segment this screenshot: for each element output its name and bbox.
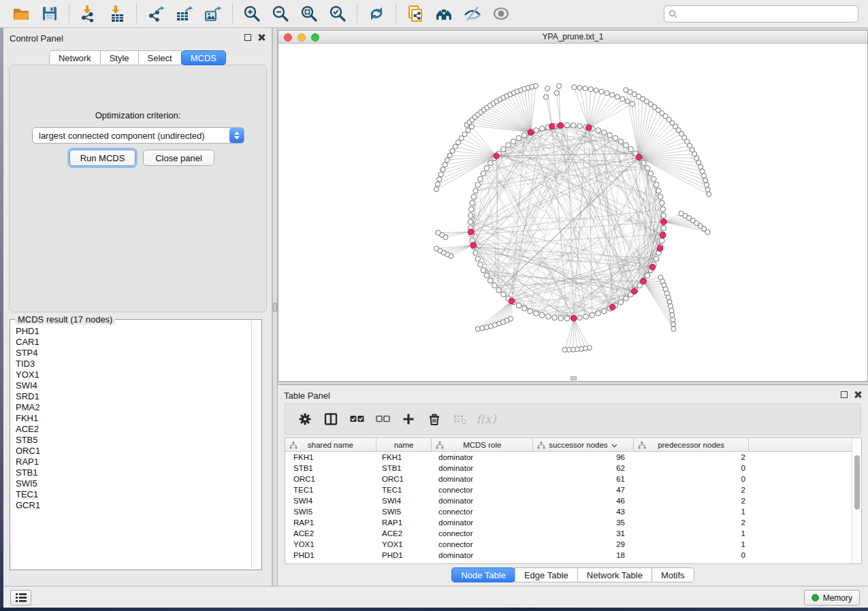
cell-predecessor-nodes[interactable]: 0 (634, 463, 750, 474)
leaf-node[interactable] (533, 84, 538, 88)
table-row[interactable]: PHD1PHD1dominator180 (285, 550, 852, 561)
cell-predecessor-nodes[interactable]: 1 (634, 539, 750, 550)
network-node[interactable] (583, 314, 589, 319)
network-node[interactable] (475, 257, 481, 262)
search-input[interactable] (677, 7, 858, 21)
table-row[interactable]: SWI4SWI4dominator462 (285, 495, 852, 506)
dominator-node[interactable] (494, 153, 500, 159)
network-node[interactable] (648, 171, 654, 176)
network-node[interactable] (624, 143, 629, 148)
network-node[interactable] (488, 278, 494, 284)
leaf-node[interactable] (705, 187, 710, 192)
tab-select[interactable]: Select (138, 50, 182, 65)
result-list-item[interactable]: CAR1 (11, 337, 251, 348)
dominator-node[interactable] (571, 315, 577, 321)
table-row[interactable]: ORC1ORC1dominator610 (285, 474, 852, 484)
cell-name[interactable]: SWI5 (376, 506, 432, 517)
leaf-node[interactable] (475, 327, 480, 331)
leaf-node[interactable] (447, 153, 452, 158)
cell-shared-name[interactable]: SWI5 (285, 506, 376, 517)
tab-mcds[interactable]: MCDS (181, 50, 226, 65)
network-node[interactable] (484, 165, 489, 171)
leaf-node[interactable] (562, 347, 567, 352)
cell-successor-nodes[interactable]: 31 (534, 528, 634, 539)
leaf-node[interactable] (605, 90, 609, 95)
dominator-node[interactable] (528, 129, 534, 135)
network-node[interactable] (516, 135, 521, 141)
network-graph[interactable] (278, 44, 867, 381)
result-list-item[interactable]: ORC1 (11, 446, 251, 457)
table-scrollbar[interactable] (852, 438, 861, 563)
dominator-node[interactable] (661, 219, 667, 225)
network-node[interactable] (501, 292, 507, 297)
leaf-node[interactable] (450, 148, 455, 153)
network-node[interactable] (471, 194, 477, 199)
dominator-node[interactable] (657, 246, 663, 252)
deselect-all-icon[interactable] (370, 408, 396, 431)
cell-predecessor-nodes[interactable]: 0 (634, 474, 750, 484)
network-node[interactable] (481, 171, 486, 176)
network-node[interactable] (558, 316, 564, 321)
result-list-item[interactable]: PHD1 (11, 326, 251, 337)
cell-predecessor-nodes[interactable]: 2 (634, 517, 750, 528)
result-list-item[interactable]: ACE2 (11, 424, 251, 435)
leaf-node[interactable] (707, 192, 711, 197)
cell-successor-nodes[interactable]: 18 (534, 550, 634, 561)
column-header-shared-name[interactable]: shared name (285, 438, 376, 451)
leaf-node[interactable] (703, 178, 707, 183)
leaf-node[interactable] (704, 182, 709, 187)
import-table-icon[interactable] (106, 3, 129, 24)
table-row[interactable]: RAP1RAP1dominator352 (285, 517, 852, 528)
panel-layout-icon[interactable] (318, 408, 344, 431)
cell-MCDS-role[interactable]: connector (432, 528, 534, 539)
cell-name[interactable]: STB1 (376, 463, 432, 474)
cell-successor-nodes[interactable]: 96 (534, 452, 634, 463)
network-node[interactable] (511, 139, 516, 144)
cell-successor-nodes[interactable]: 61 (534, 474, 634, 484)
leaf-node[interactable] (594, 88, 598, 93)
network-node[interactable] (473, 188, 479, 194)
network-node[interactable] (618, 299, 624, 305)
table-row[interactable]: YOX1YOX1connector291 (285, 539, 852, 550)
dominator-node[interactable] (549, 123, 555, 129)
zoom-selected-icon[interactable] (326, 3, 349, 24)
network-node[interactable] (468, 207, 474, 212)
cell-MCDS-role[interactable]: connector (432, 506, 534, 517)
cell-shared-name[interactable]: STB1 (285, 463, 376, 474)
cell-name[interactable]: YOX1 (376, 539, 432, 550)
network-node[interactable] (577, 123, 583, 129)
network-node[interactable] (660, 207, 666, 212)
network-node[interactable] (501, 146, 507, 152)
table-row[interactable]: FKH1FKH1dominator962 (285, 452, 852, 463)
network-node[interactable] (661, 225, 666, 231)
dominator-node[interactable] (509, 298, 515, 304)
result-list-item[interactable]: STP4 (11, 348, 251, 359)
leaf-node[interactable] (615, 95, 620, 99)
float-panel-icon[interactable] (244, 34, 251, 41)
cell-shared-name[interactable]: TEC1 (285, 484, 376, 495)
cell-MCDS-role[interactable]: dominator (432, 495, 534, 506)
network-node[interactable] (468, 219, 473, 225)
network-node[interactable] (552, 315, 558, 320)
leaf-node[interactable] (434, 246, 438, 251)
network-node[interactable] (602, 130, 607, 135)
tab-edge-table[interactable]: Edge Table (515, 567, 578, 582)
column-header-name[interactable]: name (376, 438, 432, 451)
cell-predecessor-nodes[interactable]: 2 (634, 452, 750, 463)
dominator-node[interactable] (660, 232, 666, 238)
leaf-node[interactable] (671, 322, 675, 327)
leaf-node[interactable] (440, 167, 445, 171)
network-node[interactable] (484, 273, 489, 278)
network-node[interactable] (478, 262, 483, 267)
network-node[interactable] (564, 122, 570, 128)
leaf-node[interactable] (668, 303, 673, 308)
leaf-node[interactable] (456, 140, 461, 145)
result-list-item[interactable]: YOX1 (11, 369, 251, 380)
leaf-node[interactable] (437, 177, 442, 182)
result-list-item[interactable]: SRD1 (11, 391, 251, 402)
result-list-item[interactable]: PMA2 (11, 402, 251, 413)
column-header-successor-nodes[interactable]: successor nodes (533, 438, 634, 451)
dominator-node[interactable] (470, 242, 477, 248)
cell-name[interactable]: TEC1 (376, 484, 432, 495)
network-node[interactable] (645, 165, 650, 171)
